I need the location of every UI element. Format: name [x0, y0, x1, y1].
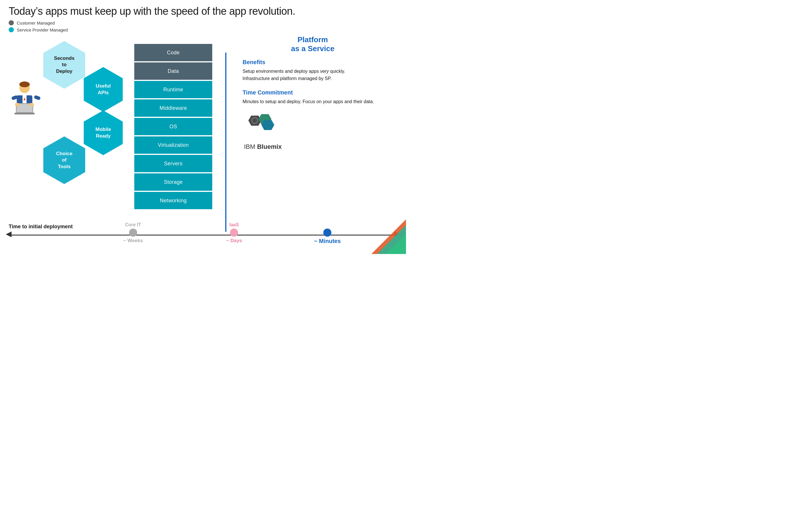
- marker-core-it: Core IT ~ Weeks: [123, 222, 143, 244]
- hex-container: SecondstoDeploy UsefulAPIs MobileReady C…: [35, 38, 127, 183]
- iaas-dot: [230, 228, 238, 237]
- provider-label: Service Provider Managed: [17, 28, 68, 32]
- hex-choice-label: ChoiceofTools: [56, 151, 73, 170]
- marker-paas: ~ Minutes: [314, 222, 341, 245]
- hex-mobile-label: MobileReady: [96, 126, 111, 139]
- ibm-logo-area: IBM Bluemix: [234, 114, 400, 151]
- svg-point-10: [15, 103, 19, 107]
- main-content: SecondstoDeploy UsefulAPIs MobileReady C…: [0, 35, 406, 232]
- svg-point-1: [19, 82, 30, 87]
- benefits-heading: Benefits: [243, 59, 400, 66]
- iaas-label: IaaS: [229, 222, 239, 227]
- stack-runtime: Runtime: [134, 81, 212, 98]
- timeline-label: Time to initial deployment: [9, 224, 73, 230]
- bluemix-hex-logo: [243, 114, 277, 140]
- ibm-label: IBM Bluemix: [244, 143, 282, 151]
- stack-data: Data: [134, 62, 212, 80]
- page-title: Today’s apps must keep up with the speed…: [0, 0, 406, 20]
- hex-mobile: MobileReady: [84, 111, 123, 155]
- time-heading: Time Commitment: [243, 89, 400, 96]
- hex-choice: ChoiceofTools: [43, 136, 85, 184]
- legend-provider: Service Provider Managed: [9, 27, 397, 32]
- paas-time: ~ Minutes: [314, 238, 341, 245]
- stack-os: OS: [134, 118, 212, 135]
- svg-point-11: [30, 103, 34, 107]
- core-it-dot: [129, 228, 137, 237]
- middle-section: Code Data Runtime Middleware OS Virtuali…: [127, 35, 220, 232]
- stack-networking: Networking: [134, 192, 212, 209]
- hex-seconds: SecondstoDeploy: [43, 41, 85, 89]
- left-section: SecondstoDeploy UsefulAPIs MobileReady C…: [6, 35, 127, 232]
- vertical-line: [225, 53, 226, 232]
- hex-apis: UsefulAPIs: [84, 67, 123, 112]
- paas-dot: [323, 228, 332, 237]
- customer-dot: [9, 20, 14, 26]
- timeline-arrow: Core IT ~ Weeks IaaS ~ Days ~ Minutes: [9, 234, 397, 236]
- legend: Customer Managed Service Provider Manage…: [0, 20, 406, 32]
- right-section: Platform as a Service Benefits Setup env…: [220, 35, 400, 232]
- arrow-left-icon: [6, 231, 11, 237]
- time-section: Time Commitment Minutes to setup and dep…: [234, 89, 400, 105]
- stack-storage: Storage: [134, 173, 212, 191]
- stack-virtualization: Virtualization: [134, 136, 212, 154]
- stack-code: Code: [134, 44, 212, 61]
- legend-customer: Customer Managed: [9, 20, 397, 26]
- paas-title: Platform as a Service: [225, 35, 400, 53]
- benefits-section: Benefits Setup environments and deploy a…: [234, 59, 400, 82]
- stack-servers: Servers: [134, 155, 212, 172]
- corner-triangles: [371, 219, 406, 254]
- timeline-section: Time to initial deployment Core IT ~ Wee…: [0, 219, 406, 248]
- iaas-time: ~ Days: [226, 238, 242, 244]
- stack-middleware: Middleware: [134, 99, 212, 117]
- paas-time-label: [327, 222, 328, 227]
- hex-seconds-label: SecondstoDeploy: [54, 55, 75, 74]
- marker-iaas: IaaS ~ Days: [226, 222, 242, 244]
- core-it-label: Core IT: [125, 222, 141, 227]
- hex-apis-label: UsefulAPIs: [96, 83, 111, 96]
- core-it-time: ~ Weeks: [123, 238, 143, 244]
- svg-rect-9: [14, 113, 35, 115]
- customer-label: Customer Managed: [17, 20, 55, 26]
- benefits-body: Setup environments and deploy apps very …: [243, 68, 400, 82]
- provider-dot: [9, 27, 14, 32]
- stack-container: Code Data Runtime Middleware OS Virtuali…: [134, 44, 212, 209]
- time-body: Minutes to setup and deploy. Focus on yo…: [243, 98, 400, 105]
